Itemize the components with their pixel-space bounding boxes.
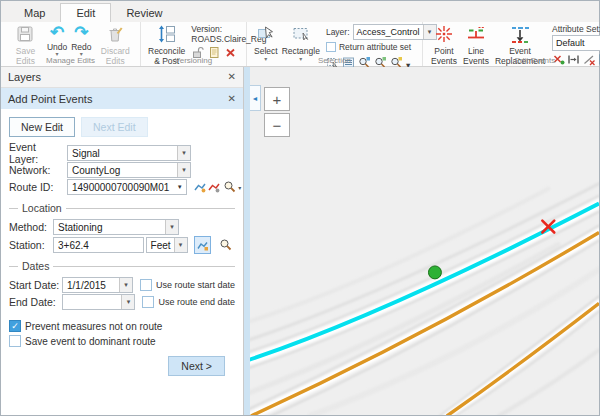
ribbon-tab-bar: Map Edit Review — [1, 1, 599, 22]
new-edit-button[interactable]: New Edit — [9, 117, 75, 137]
tab-map[interactable]: Map — [9, 4, 60, 22]
next-edit-button[interactable]: Next Edit — [81, 117, 148, 137]
start-date-value: 1/1/2015 — [63, 280, 119, 291]
dates-section-separator: Dates — [9, 260, 235, 272]
start-date-arrow-icon — [119, 278, 132, 292]
use-route-end-date-checkbox[interactable] — [142, 296, 154, 308]
layers-pane: Layers ✕ Add Point Events ✕ New Edit Nex… — [1, 67, 244, 415]
route-id-label: Route ID: — [9, 181, 67, 193]
tab-review[interactable]: Review — [111, 4, 177, 22]
layers-close-icon[interactable]: ✕ — [228, 72, 236, 82]
pick-location-on-map-icon[interactable] — [194, 236, 212, 254]
group-selection: Select ▾ Rectangle ▾ Layer: Access_Contr… — [247, 22, 423, 66]
return-attribute-set-label: Return attribute set — [339, 42, 411, 52]
attribute-set-label: Attribute Set: — [552, 24, 600, 34]
use-route-end-date-label: Use route end date — [158, 297, 235, 307]
group-label-manage-edits: Manage Edits — [1, 56, 140, 65]
undo-button[interactable]: ↶ Undo ▾ — [45, 24, 69, 56]
end-date-arrow-icon — [121, 295, 134, 309]
group-edit-events: Point Events Line Events Event Replaceme… — [423, 22, 600, 66]
tab-edit[interactable]: Edit — [60, 3, 111, 22]
station-units-select[interactable]: Feet — [146, 237, 188, 253]
start-date-label: Start Date: — [9, 279, 62, 291]
redo-icon: ↷ — [74, 24, 88, 42]
location-section-separator: Location — [9, 202, 235, 214]
map-canvas — [250, 67, 599, 415]
trash-icon — [105, 24, 125, 46]
method-arrow-icon — [165, 220, 178, 234]
add-point-events-form: New Edit Next Edit Event Layer: Signal N… — [1, 109, 243, 415]
dominant-route-label: Save event to dominant route — [25, 336, 156, 347]
select-route-on-map-icon[interactable] — [193, 178, 207, 196]
version-label: Version: — [191, 24, 247, 34]
reconcile-icon — [157, 24, 177, 46]
zoom-out-button[interactable]: − — [264, 113, 290, 137]
event-layer-select[interactable]: Signal — [67, 145, 191, 161]
add-point-events-close-icon[interactable]: ✕ — [228, 94, 236, 104]
station-label: Station: — [9, 239, 53, 251]
add-point-events-title: Add Point Events — [8, 93, 92, 105]
map-zoom-control: + − — [264, 87, 290, 139]
zoom-in-button[interactable]: + — [264, 87, 290, 111]
group-versioning: Reconcile & Post Version: ROADS.Claire_R… — [141, 22, 247, 66]
map-view[interactable]: ◄ + − — [250, 67, 599, 415]
end-date-label: End Date: — [9, 296, 62, 308]
attribute-set-value: Default — [553, 38, 600, 48]
basemap-roads — [250, 184, 599, 415]
station-units-value: Feet — [147, 240, 174, 251]
station-units-arrow-icon — [174, 238, 187, 252]
route-id-value: 14900000700090M01 — [68, 182, 173, 193]
prevent-measures-label: Prevent measures not on route — [25, 321, 162, 332]
group-label-edit-events: Edit Events — [423, 56, 600, 65]
method-select[interactable]: Stationing — [53, 219, 179, 235]
line-events-icon — [466, 24, 486, 46]
start-date-select[interactable]: 1/1/2015 — [62, 277, 133, 293]
route-line-orange-2[interactable] — [447, 303, 599, 415]
undo-icon: ↶ — [50, 24, 64, 42]
method-label: Method: — [9, 221, 53, 233]
network-arrow-icon — [177, 163, 190, 177]
station-input[interactable]: 3+62.4 — [53, 237, 144, 253]
event-layer-value: Signal — [68, 148, 177, 159]
network-label: Network: — [9, 164, 67, 176]
use-route-start-date-label: Use route start date — [156, 280, 235, 290]
layer-value: Access_Control — [354, 27, 423, 37]
network-select[interactable]: CountyLog — [67, 162, 191, 178]
next-button[interactable]: Next > — [168, 356, 225, 376]
rectangle-select-icon — [291, 24, 311, 46]
save-icon — [15, 24, 35, 46]
route-id-combo[interactable]: 14900000700090M01 — [67, 179, 187, 195]
zoom-to-route-icon[interactable]: ▾ — [223, 178, 241, 196]
version-value: ROADS.Claire_Reg — [191, 34, 247, 44]
redo-button[interactable]: ↷ Redo ▾ — [69, 24, 93, 56]
app-window: Map Edit Review Save Edits ↶ Undo ▾ ↷ Re… — [0, 0, 600, 416]
layers-pane-header: Layers ✕ — [1, 67, 243, 88]
dates-section-label: Dates — [22, 260, 49, 272]
event-layer-label: Event Layer: — [9, 141, 67, 165]
event-replacement-icon — [509, 24, 531, 46]
group-manage-edits: Save Edits ↶ Undo ▾ ↷ Redo ▾ Discard Edi… — [1, 22, 141, 66]
method-value: Stationing — [54, 222, 165, 233]
use-route-start-date-checkbox[interactable] — [140, 279, 152, 291]
route-id-arrow-icon — [173, 180, 186, 194]
ribbon: Save Edits ↶ Undo ▾ ↷ Redo ▾ Discard Edi… — [1, 22, 599, 67]
clear-route-icon[interactable] — [207, 178, 221, 196]
end-date-select[interactable] — [62, 294, 135, 310]
point-event-marker[interactable] — [428, 266, 441, 279]
dominant-route-checkbox[interactable] — [9, 335, 21, 347]
group-label-selection: Selection — [247, 56, 422, 65]
location-section-label: Location — [22, 202, 62, 214]
collapse-left-icon: ◄ — [252, 95, 259, 102]
group-label-versioning: Versioning — [141, 56, 246, 65]
collapse-pane-tab[interactable]: ◄ — [250, 85, 261, 111]
return-attribute-set-checkbox[interactable] — [326, 42, 336, 52]
prevent-measures-checkbox[interactable] — [9, 320, 21, 332]
event-layer-arrow-icon — [177, 146, 190, 160]
point-events-icon — [434, 24, 454, 46]
select-cursor-icon — [256, 24, 276, 46]
attribute-set-select[interactable]: Default — [552, 35, 600, 51]
network-value: CountyLog — [68, 165, 177, 176]
zoom-to-location-icon[interactable] — [217, 236, 235, 254]
station-value: 3+62.4 — [58, 240, 89, 251]
layers-pane-title: Layers — [8, 71, 41, 83]
